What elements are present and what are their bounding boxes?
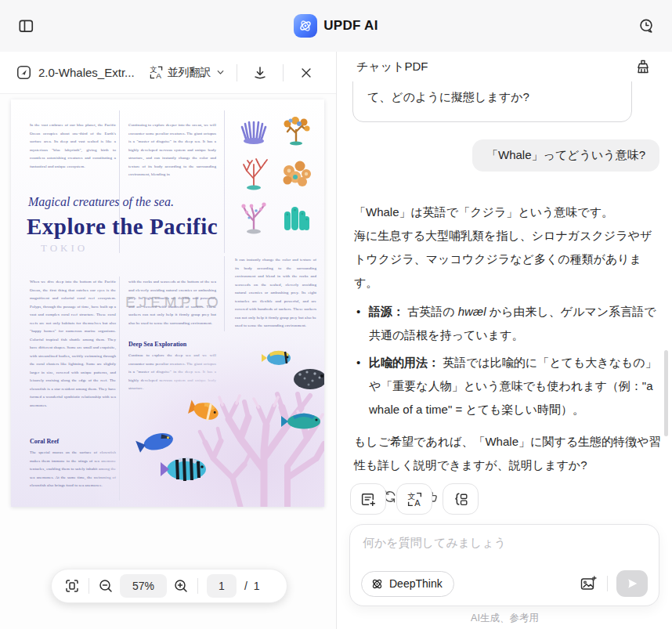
pdf-toolbar: 57% 1 / 1 — [51, 569, 287, 603]
pdf-panel: 2.0-Whales_Extr... 文 A 並列翻訳 — [0, 52, 337, 629]
pdf-tagline: Magical creatures of the sea. — [28, 195, 174, 209]
summarize-note-icon — [360, 491, 377, 508]
chat-header: チャットPDF — [338, 52, 672, 81]
history-button[interactable] — [633, 13, 659, 39]
total-pages-label: / 1 — [244, 580, 262, 592]
pdf-deco-text: TOKIO — [41, 242, 88, 255]
zoom-out-icon — [98, 578, 114, 594]
chat-panel: チャットPDF て、どのように擬態しますか? 「Whale」ってどう — [338, 52, 672, 629]
purple-anemone-image — [236, 113, 272, 149]
bullet-text: 古英語の — [404, 305, 458, 318]
coral-illustrations — [235, 110, 315, 239]
user-message-text: 「Whale」ってどういう意味? — [486, 148, 645, 161]
divider — [89, 578, 89, 594]
ai-paragraph: もしご希望であれば、「Whale」に関する生態的特徴や習性も詳しく説明できますが… — [354, 430, 662, 477]
send-button[interactable] — [616, 570, 648, 597]
download-icon — [252, 65, 268, 81]
divider — [607, 576, 608, 591]
teal-sponge-coral-image — [278, 201, 314, 237]
divider — [197, 578, 198, 594]
pdf-paragraph: In the vast embrace of our blue planet, … — [30, 121, 116, 171]
pdf-paragraph: Continuing to explore deeper into the oc… — [128, 121, 216, 179]
chat-scroll-top: て、どのように擬態しますか? — [338, 81, 672, 130]
ai-bullet-list: 語源： 古英語の hwæl から由来し、ゲルマン系言語で共通の語根を持っています… — [354, 300, 662, 421]
outline-list-icon — [453, 491, 469, 508]
pdf-file-tab[interactable]: 2.0-Whales_Extr... — [16, 64, 135, 81]
close-icon — [299, 66, 313, 80]
zoom-level-value[interactable]: 57% — [120, 574, 167, 598]
broom-clear-icon — [635, 59, 651, 74]
clear-chat-button[interactable] — [631, 55, 655, 78]
ai-bullet-item: 比喩的用法： 英語では比喩的に「とても大きなもの」や「重要な人物」という意味でも… — [354, 351, 662, 421]
sidebar-toggle-button[interactable] — [13, 13, 39, 39]
outline-button[interactable] — [443, 483, 479, 515]
column-rule — [224, 256, 225, 331]
chat-scrollbar-thumb[interactable] — [664, 350, 668, 436]
chat-history-icon — [638, 17, 655, 34]
zoom-in-button[interactable] — [170, 575, 192, 597]
zoom-out-button[interactable] — [95, 575, 117, 597]
fit-page-button[interactable] — [61, 575, 83, 597]
input-toolbar: DeepThink — [361, 570, 648, 597]
send-icon — [625, 577, 639, 591]
divider — [237, 64, 237, 81]
ai-paragraph: 「Whale」は英語で「クジラ」という意味です。 — [354, 201, 662, 224]
translate-button[interactable]: 文 A — [396, 483, 432, 515]
pdf-title: Explore the Pacific — [27, 214, 218, 240]
watermark-text: EJEMPLO — [125, 294, 222, 311]
previous-message-text: て、どのように擬態しますか? — [367, 90, 529, 103]
pdf-paragraph: It can instantly change the color and te… — [235, 256, 316, 331]
updf-logo-icon — [294, 14, 317, 38]
ai-bullet-item: 語源： 古英語の hwæl から由来し、ゲルマン系言語で共通の語根を持っています… — [354, 300, 662, 347]
ai-disclaimer: AI生成、参考用 — [338, 612, 672, 625]
top-bar: UPDF AI — [0, 0, 672, 52]
column-rule — [224, 110, 225, 253]
app-brand: UPDF AI — [294, 14, 378, 38]
user-message-bubble: 「Whale」ってどういう意味? — [472, 139, 659, 172]
pink-branch-coral-image — [236, 201, 272, 237]
translate-label: 並列翻訳 — [168, 66, 211, 80]
svg-text:A: A — [156, 71, 161, 80]
updf-ai-window: UPDF AI 2.0-Whales_Extr... 文 — [0, 0, 672, 629]
quick-actions: 文 A — [350, 483, 479, 515]
image-upload-icon — [580, 575, 597, 592]
close-pdf-button[interactable] — [294, 61, 318, 85]
pdf-page: In the vast embrace of our blue planet, … — [11, 99, 324, 507]
orange-cluster-coral-image — [278, 157, 314, 193]
deepthink-atom-icon — [370, 577, 384, 591]
parallel-translate-dropdown[interactable]: 文 A 並列翻訳 — [149, 65, 226, 80]
bullet-italic-term: hwæl — [458, 305, 486, 318]
divider — [283, 64, 284, 81]
chat-input[interactable] — [363, 536, 646, 549]
ai-paragraph: 海に生息する大型哺乳類を指し、シロナガスクジラやザトウクジラ、マッコウクジラなど… — [354, 224, 662, 295]
deepthink-toggle[interactable]: DeepThink — [361, 571, 454, 597]
svg-text:A: A — [414, 497, 421, 507]
bullet-label: 語源： — [369, 305, 404, 318]
red-fan-coral-image — [236, 157, 272, 193]
sidebar-toggle-icon — [17, 17, 34, 34]
bullet-label: 比喩的用法： — [369, 356, 439, 369]
download-button[interactable] — [248, 61, 272, 85]
zoom-in-icon — [173, 578, 189, 594]
orange-tree-coral-image — [278, 113, 314, 149]
translate-icon: 文 A — [149, 65, 164, 80]
pdf-file-name: 2.0-Whales_Extr... — [38, 66, 135, 79]
translate-icon: 文 A — [406, 491, 423, 508]
deepthink-label: DeepThink — [389, 577, 443, 590]
ai-message: 「Whale」は英語で「クジラ」という意味です。 海に生息する大型哺乳類を指し、… — [354, 201, 662, 504]
pdf-viewport[interactable]: In the vast embrace of our blue planet, … — [0, 94, 336, 629]
coral-reef-photo — [96, 333, 324, 507]
pdf-file-icon — [16, 64, 32, 81]
pdf-header: 2.0-Whales_Extr... 文 A 並列翻訳 — [0, 52, 336, 94]
fit-page-icon — [64, 578, 80, 594]
chat-input-box: DeepThink — [349, 524, 659, 606]
previous-message-card: て、どのように擬態しますか? — [352, 81, 632, 122]
summarize-button[interactable] — [350, 483, 386, 515]
current-page-input[interactable]: 1 — [207, 574, 237, 598]
coral-reef-heading: Coral Reef — [30, 438, 59, 445]
app-title: UPDF AI — [323, 18, 378, 34]
chat-title: チャットPDF — [356, 60, 428, 74]
chevron-down-icon — [215, 67, 226, 78]
attach-image-button[interactable] — [578, 573, 598, 594]
